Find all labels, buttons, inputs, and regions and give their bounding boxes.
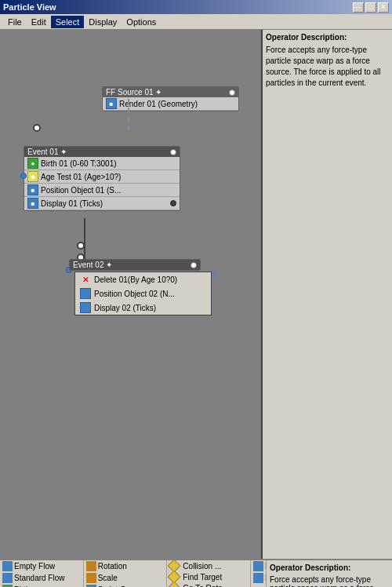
event01-dot [170, 149, 176, 155]
op-item[interactable]: Collision ... [167, 560, 250, 571]
op-label: Go To Rota... [183, 584, 229, 588]
right-panel: Operator Description: Force accepts any … [263, 30, 392, 559]
operator-desc-text: Force accepts any force-type particle sp… [266, 45, 389, 89]
op-label: M [265, 562, 266, 571]
connector-line-2 [84, 218, 85, 262]
menu-edit[interactable]: Edit [27, 16, 51, 28]
posobj2-icon [80, 288, 91, 299]
connector-line-1 [128, 99, 129, 130]
minimize-button[interactable]: ─ [353, 2, 364, 13]
cm-label-2: Display 02 (Ticks) [94, 304, 156, 312]
display-icon: ■ [27, 198, 38, 209]
menu-file[interactable]: File [3, 16, 27, 28]
menu-options[interactable]: Options [122, 16, 161, 28]
cm-item-2[interactable]: Display 02 (Ticks) [75, 301, 211, 315]
birth-icon: ● [27, 158, 38, 169]
op-icon [86, 573, 96, 583]
maximize-button[interactable]: □ [365, 2, 376, 13]
cm-label-1: Position Object 02 (N... [94, 290, 175, 298]
op-item[interactable]: Empty Flow [0, 560, 83, 572]
posobj-label: Position Object 01 (S... [41, 186, 121, 195]
cm-item-0[interactable]: ✕ Delete 01(By Age 10?0) [75, 272, 211, 286]
operator-column-4: MF [251, 560, 267, 587]
posobj-icon: ■ [27, 184, 38, 195]
op-label: Rotation [98, 562, 127, 571]
main-container: FF Source 01 ✦ ■ Render 01 (Geometry) Ev… [0, 30, 392, 559]
delete-icon: ✕ [80, 274, 91, 285]
event01-item-1: ◆ Age Test 01 (Age>10?) [24, 170, 180, 184]
event01-node[interactable]: Event 01 ✦ ● Birth 01 (0-60 T:3001) ◆ Ag… [24, 146, 180, 211]
bottom-description: Operator Description: Force accepts any … [267, 560, 392, 587]
display-label: Display 01 (Ticks) [41, 199, 103, 208]
operator-column-3: Collision ...Find TargetGo To Rota...Sca… [167, 560, 251, 587]
ff-source-render: Render 01 (Geometry) [119, 100, 198, 108]
ff-source-dot [229, 89, 235, 96]
op-label: Scale [98, 574, 118, 582]
op-item[interactable]: Go To Rota... [167, 582, 250, 587]
event01-left-dot [20, 173, 27, 179]
op-label: Empty Flow [14, 562, 55, 571]
operator-column-2: RotationScaleScript Ope...ShapeShape Fac… [84, 560, 168, 587]
operator-desc-title: Operator Description: [266, 33, 389, 42]
ff-source-title: FF Source 01 ✦ [106, 88, 162, 97]
op-item[interactable]: Rotation [84, 560, 167, 572]
op-label: Find Target [183, 573, 222, 582]
agetest-icon: ◆ [27, 171, 38, 182]
operator-column-1: Empty FlowStandard FlowBirthBirth Script… [0, 560, 84, 587]
menu-select[interactable]: Select [51, 16, 85, 28]
op-item[interactable]: Scale [84, 572, 167, 584]
op-label: Collision ... [183, 562, 221, 571]
canvas-area: FF Source 01 ✦ ■ Render 01 (Geometry) Ev… [0, 30, 263, 559]
event02-title: Event 02 ✦ [73, 261, 112, 269]
op-item[interactable]: Find Target [167, 571, 250, 582]
agetest-label: Age Test 01 (Age>10?) [41, 173, 121, 181]
render-icon: ■ [106, 98, 117, 109]
event02-header: Event 02 ✦ [70, 260, 200, 270]
display2-icon [80, 302, 91, 313]
op-item[interactable]: Standard Flow [0, 572, 83, 584]
display-dot [170, 200, 176, 206]
window-title: Particle View [3, 2, 56, 12]
title-bar: Particle View ─ □ ✕ [0, 0, 392, 14]
op-icon [86, 561, 96, 571]
ff-source-item: ■ Render 01 (Geometry) [103, 97, 238, 111]
bottom-desc-title: Operator Description: [270, 563, 389, 572]
bottom-panel: Empty FlowStandard FlowBirthBirth Script… [0, 559, 392, 587]
op-label: Standard Flow [14, 574, 64, 582]
bottom-desc-text: Force accepts any force-type particle sp… [270, 575, 389, 587]
op-icon [168, 560, 181, 571]
cm-item-1[interactable]: Position Object 02 (N... [75, 286, 211, 301]
ff-source-header: FF Source 01 ✦ [103, 87, 238, 97]
context-menu: ✕ Delete 01(By Age 10?0) Position Object… [74, 272, 212, 315]
menu-bar: File Edit Select Display Options [0, 14, 392, 30]
event01-header: Event 01 ✦ [24, 147, 180, 157]
cm-label-0: Delete 01(By Age 10?0) [94, 275, 177, 284]
op-icon [168, 582, 181, 587]
window-controls: ─ □ ✕ [353, 2, 389, 13]
op-icon [253, 561, 263, 571]
op-label: F [265, 574, 266, 582]
connector-circle-1 [33, 124, 41, 132]
menu-display[interactable]: Display [84, 16, 122, 28]
event01-item-2: ■ Position Object 01 (S... [24, 184, 180, 197]
op-icon [168, 571, 181, 582]
event01-item-0: ● Birth 01 (0-60 T:3001) [24, 157, 180, 170]
op-item[interactable]: F [251, 572, 266, 584]
event01-item-3: ■ Display 01 (Ticks) [24, 197, 180, 210]
op-item[interactable]: Birth [0, 584, 83, 587]
op-icon [2, 573, 13, 583]
event02-dot [191, 262, 197, 268]
op-icon [253, 573, 263, 583]
event01-title: Event 01 ✦ [27, 148, 67, 156]
event02-node[interactable]: Event 02 ✦ [69, 259, 201, 271]
op-item[interactable]: M [251, 560, 266, 572]
ff-source-node[interactable]: FF Source 01 ✦ ■ Render 01 (Geometry) [102, 86, 239, 111]
close-button[interactable]: ✕ [378, 2, 389, 13]
op-item[interactable]: Script Ope... [84, 584, 167, 587]
op-icon [2, 561, 13, 571]
birth-label: Birth 01 (0-60 T:3001) [41, 159, 117, 168]
